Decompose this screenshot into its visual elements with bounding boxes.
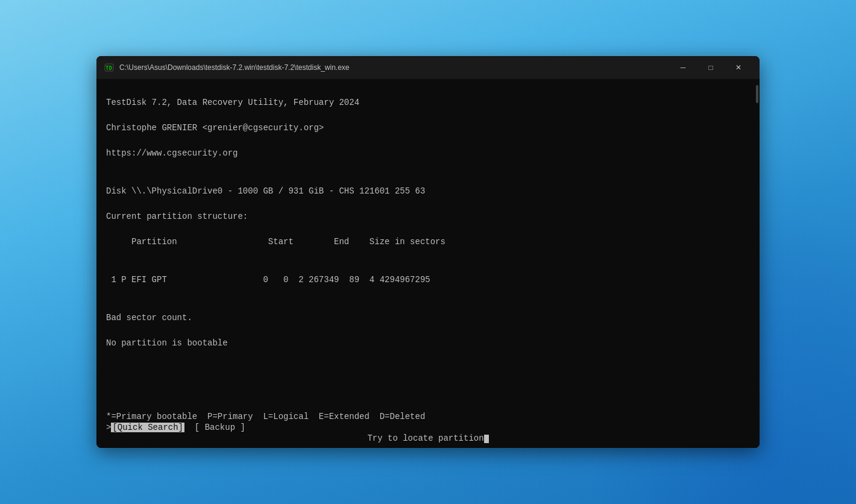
- menu-prompt: >: [106, 423, 111, 432]
- scrollbar-track: [756, 85, 758, 442]
- menu-line: >[Quick Search] [ Backup ]: [106, 423, 750, 432]
- line-1: TestDisk 7.2, Data Recovery Utility, Feb…: [106, 96, 750, 109]
- terminal-window: TD C:\Users\Asus\Downloads\testdisk-7.2.…: [96, 56, 760, 448]
- line-5: Disk \\.\PhysicalDrive0 - 1000 GB / 931 …: [106, 185, 750, 198]
- backup-button[interactable]: [ Backup ]: [195, 423, 245, 432]
- line-6: Current partition structure:: [106, 210, 750, 223]
- status-line: Try to locate partition: [106, 433, 750, 443]
- partition-header: Partition Start End Size in sectors: [106, 236, 750, 248]
- app-icon: TD: [104, 62, 115, 73]
- bad-sector-line: Bad sector count.: [106, 312, 750, 324]
- window-title: C:\Users\Asus\Downloads\testdisk-7.2.win…: [119, 63, 669, 72]
- bottom-bar: *=Primary bootable P=Primary L=Logical E…: [96, 409, 760, 448]
- quick-search-button[interactable]: [Quick Search]: [111, 423, 184, 432]
- maximize-button[interactable]: □: [697, 56, 725, 79]
- terminal-output: TestDisk 7.2, Data Recovery Utility, Feb…: [96, 79, 760, 409]
- window-controls: ─ □ ✕: [669, 56, 752, 79]
- line-2: Christophe GRENIER <grenier@cgsecurity.o…: [106, 122, 750, 134]
- minimize-button[interactable]: ─: [669, 56, 697, 79]
- cursor: [484, 435, 489, 443]
- titlebar: TD C:\Users\Asus\Downloads\testdisk-7.2.…: [96, 56, 760, 79]
- scrollbar[interactable]: [750, 79, 760, 448]
- close-button[interactable]: ✕: [725, 56, 752, 79]
- svg-text:TD: TD: [105, 65, 112, 71]
- legend-line: *=Primary bootable P=Primary L=Logical E…: [106, 412, 750, 421]
- scrollbar-thumb[interactable]: [756, 85, 758, 103]
- menu-separator: [184, 423, 195, 432]
- no-bootable-line: No partition is bootable: [106, 337, 750, 350]
- partition-row-1: 1 P EFI GPT 0 0 2 267349 89 4 4294967295: [106, 274, 750, 286]
- line-3: https://www.cgsecurity.org: [106, 147, 750, 160]
